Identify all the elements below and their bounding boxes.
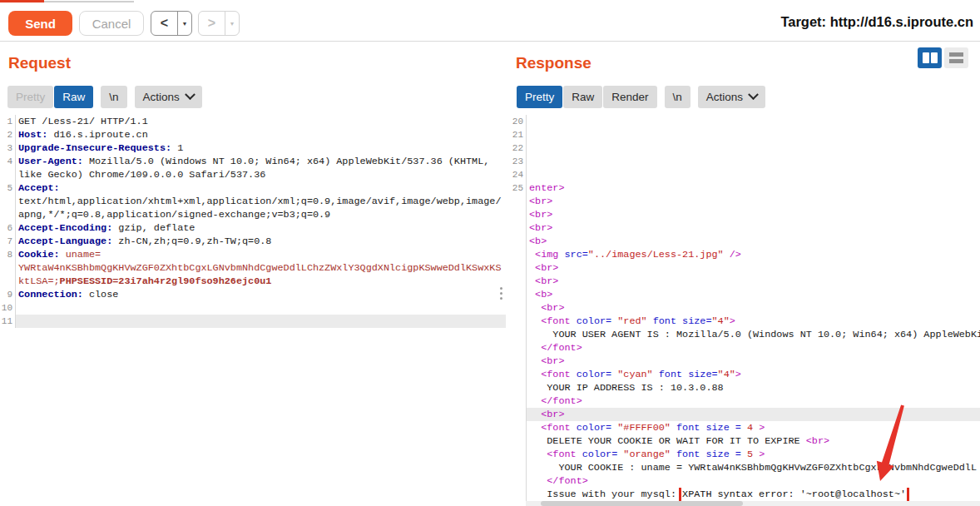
code-row: apng,*/*;q=0.8,application/signed-exchan… (0, 208, 506, 221)
tab-label: Pretty (16, 91, 45, 103)
chevron-down-icon (748, 89, 759, 100)
code-row: <br> (509, 208, 980, 221)
line-number (509, 394, 527, 408)
code-row: </font> (509, 474, 980, 488)
code-line (527, 128, 980, 141)
code-row: text/html,application/xhtml+xml,applicat… (0, 195, 506, 208)
history-back-button[interactable]: < ▼ (151, 11, 192, 36)
code-row: 7Accept-Language: zh-CN,zh;q=0.9,zh-TW;q… (0, 235, 506, 248)
code-line: </font> (527, 341, 980, 355)
code-row: 4User-Agent: Mozilla/5.0 (Windows NT 10.… (0, 155, 506, 168)
code-row: <br> (509, 221, 980, 235)
response-tab-n[interactable]: \n (665, 86, 690, 108)
target-label: Target: http://d16.s.iproute.cn (780, 14, 973, 30)
code-row: DELETE YOUR COOKIE OR WAIT FOR IT TO EXP… (509, 434, 980, 448)
line-number (0, 195, 16, 208)
line-number (509, 381, 527, 394)
response-tabs: PrettyRawRender\nActions (516, 86, 765, 108)
line-number: 9 (0, 288, 16, 301)
code-line: Host: d16.s.iproute.cn (16, 128, 506, 141)
code-line: Accept-Encoding: gzip, deflate (16, 221, 506, 235)
response-tab-raw[interactable]: Raw (563, 86, 602, 108)
request-editor[interactable]: 1GET /Less-21/ HTTP/1.12Host: d16.s.ipro… (0, 115, 506, 506)
code-line: enter> (527, 181, 980, 195)
code-line: <img src="../images/Less-21.jpg" /> (527, 248, 980, 261)
request-tab-raw[interactable]: Raw (54, 86, 93, 108)
code-line: like Gecko) Chrome/109.0.0.0 Safari/537.… (16, 168, 506, 181)
toolbar: Send Cancel < ▼ > ▼ Target: http://d16.s… (0, 2, 980, 42)
request-tab-n[interactable]: \n (101, 86, 126, 108)
code-row: </font> (509, 394, 980, 408)
code-row: 10 (0, 301, 506, 315)
code-row: YOUR USER AGENT IS : Mozilla/5.0 (Window… (509, 328, 980, 341)
line-number (509, 235, 527, 248)
response-editor[interactable]: 202122232425enter><br><br><br><b> <img s… (509, 115, 980, 501)
code-row: <font color= "#FFFF00" font size = 4 > (509, 421, 980, 434)
line-number (0, 168, 16, 181)
tab-label: Actions (143, 91, 180, 103)
code-row: 23 (509, 155, 980, 168)
request-title: Request (8, 54, 71, 72)
code-row: 3Upgrade-Insecure-Requests: 1 (0, 141, 506, 155)
tab-label: \n (673, 91, 682, 103)
code-line: <br> (527, 221, 980, 235)
code-line: YOUR IP ADDRESS IS : 10.3.0.88 (527, 381, 980, 394)
code-row: <br> (509, 355, 980, 368)
code-row: <br> (509, 408, 980, 421)
columns-view-icon[interactable] (918, 47, 942, 68)
line-number (509, 248, 527, 261)
line-number: 23 (509, 155, 527, 168)
code-row: ktLSA=;PHPSESSID=23i7ah4r2gl90fso9h26ejc… (0, 275, 506, 288)
line-number (509, 421, 527, 434)
code-line: </font> (527, 394, 980, 408)
code-line: <b> (527, 235, 980, 248)
code-row: <font color= "cyan" font size="4"> (509, 368, 980, 381)
line-number (509, 355, 527, 368)
code-row: 25enter> (509, 181, 980, 195)
line-number: 2 (0, 128, 16, 141)
line-number: 24 (509, 168, 527, 181)
response-title: Response (516, 54, 591, 72)
code-line: Upgrade-Insecure-Requests: 1 (16, 141, 506, 155)
code-line: <b> (527, 288, 980, 301)
code-row: YOUR COOKIE : uname = YWRtaW4nKSBhbmQgKH… (509, 461, 980, 474)
response-tab-pretty[interactable]: Pretty (517, 86, 562, 108)
scrollbar-thumb[interactable] (541, 501, 743, 506)
panel-resize-handle[interactable] (500, 287, 502, 300)
code-line: <br> (527, 208, 980, 221)
tab-label: Raw (572, 91, 594, 103)
code-line: DELETE YOUR COOKIE OR WAIT FOR IT TO EXP… (527, 434, 980, 448)
code-line: <font color= "cyan" font size="4"> (527, 368, 980, 381)
code-line (527, 168, 980, 181)
back-dropdown-icon[interactable]: ▼ (178, 21, 191, 27)
rows-view-icon[interactable] (944, 47, 968, 68)
code-row: 20 (509, 115, 980, 128)
code-line: <br> (527, 275, 980, 288)
history-forward-button[interactable]: > ▼ (198, 11, 240, 36)
forward-dropdown-icon: ▼ (225, 21, 239, 27)
code-line: <br> (527, 408, 980, 421)
code-row: like Gecko) Chrome/109.0.0.0 Safari/537.… (0, 168, 506, 181)
line-number (509, 275, 527, 288)
code-row: <b> (509, 235, 980, 248)
line-number (509, 434, 527, 448)
request-tab-pretty[interactable]: Pretty (7, 86, 53, 108)
line-number: 25 (509, 181, 527, 195)
code-line: Accept: (16, 181, 506, 195)
code-line (16, 315, 506, 328)
cancel-button[interactable]: Cancel (79, 11, 144, 36)
horizontal-scrollbar[interactable] (526, 501, 980, 506)
request-tab-actions[interactable]: Actions (135, 86, 202, 108)
line-number (0, 261, 16, 275)
code-line: <br> (527, 355, 980, 368)
code-row: </font> (509, 341, 980, 355)
code-line (16, 301, 506, 315)
send-button[interactable]: Send (8, 11, 72, 36)
line-number: 3 (0, 141, 16, 155)
code-line: apng,*/*;q=0.8,application/signed-exchan… (16, 208, 506, 221)
code-line: text/html,application/xhtml+xml,applicat… (16, 195, 506, 208)
response-tab-actions[interactable]: Actions (698, 86, 765, 108)
line-number (509, 408, 527, 421)
response-tab-render[interactable]: Render (603, 86, 656, 108)
code-row: Issue with your mysql: XPATH syntax erro… (509, 488, 980, 501)
